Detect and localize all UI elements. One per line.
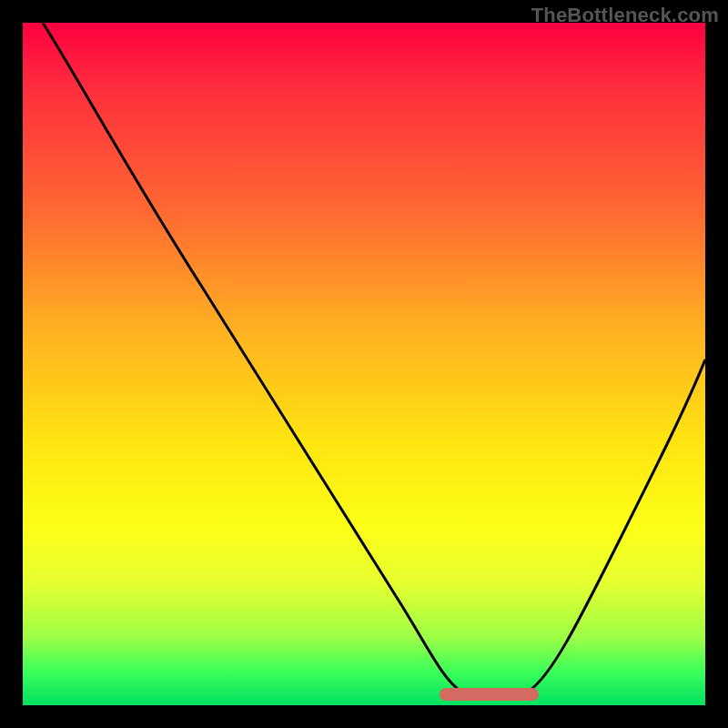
watermark-text: TheBottleneck.com xyxy=(531,4,719,27)
curve-layer xyxy=(23,23,705,705)
plot-area xyxy=(23,23,705,705)
chart-frame: TheBottleneck.com xyxy=(0,0,728,728)
bottleneck-curve xyxy=(43,23,705,692)
